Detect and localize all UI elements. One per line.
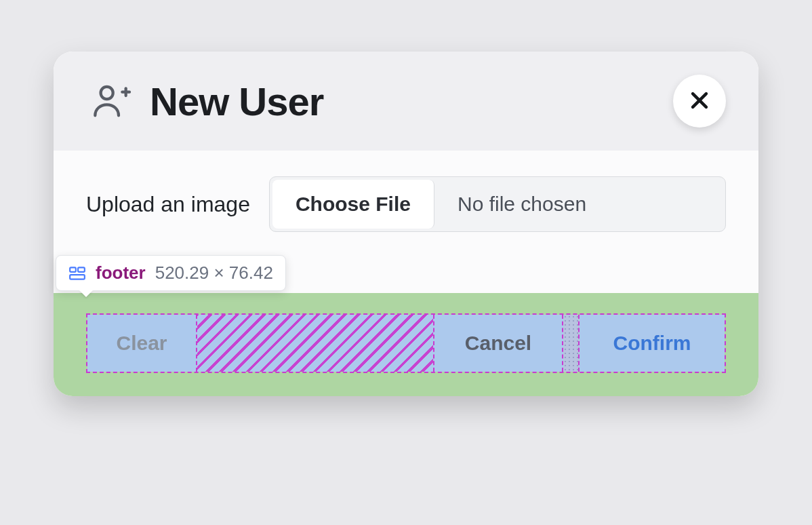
footer-flex-inspection: Clear Cancel Confirm xyxy=(86,313,726,373)
devtools-dimensions: 520.29 × 76.42 xyxy=(155,262,273,284)
devtools-tooltip: footer 520.29 × 76.42 xyxy=(56,255,286,291)
tooltip-pointer xyxy=(79,290,93,297)
svg-rect-6 xyxy=(78,267,85,272)
cancel-button[interactable]: Cancel xyxy=(434,315,563,372)
devtools-element-name: footer xyxy=(96,262,146,284)
flex-icon xyxy=(68,265,86,282)
dialog-title: New User xyxy=(150,79,323,124)
svg-rect-5 xyxy=(70,267,76,272)
close-button[interactable] xyxy=(673,75,726,128)
svg-point-0 xyxy=(101,87,113,99)
clear-button[interactable]: Clear xyxy=(87,315,197,372)
confirm-button[interactable]: Confirm xyxy=(580,315,725,372)
flex-spacer-highlight xyxy=(197,315,434,372)
file-input[interactable]: Choose File No file chosen xyxy=(269,176,726,232)
dialog-footer: Clear Cancel Confirm xyxy=(54,293,758,396)
new-user-dialog: New User Upload an image Choose File No … xyxy=(54,52,758,396)
file-status-text: No file chosen xyxy=(437,177,725,231)
upload-label: Upload an image xyxy=(86,192,250,217)
dialog-header: New User xyxy=(54,52,758,151)
clear-button-label: Clear xyxy=(116,332,167,355)
svg-rect-7 xyxy=(70,275,85,279)
user-plus-icon xyxy=(86,77,135,125)
cancel-button-label: Cancel xyxy=(465,332,531,355)
close-icon xyxy=(688,89,711,114)
confirm-button-label: Confirm xyxy=(613,332,691,355)
choose-file-button[interactable]: Choose File xyxy=(272,180,434,229)
flex-gap-highlight xyxy=(563,315,580,372)
